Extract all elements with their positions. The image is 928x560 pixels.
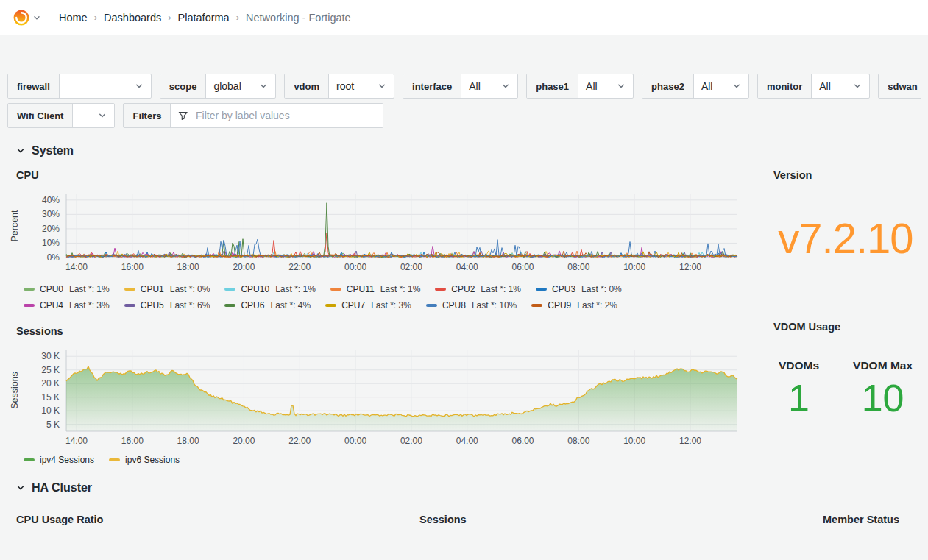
funnel-icon [178, 110, 188, 121]
panel-title-version[interactable]: Version [773, 169, 812, 181]
section-system[interactable]: System [16, 144, 74, 157]
filter-value-dropdown[interactable] [60, 74, 151, 98]
chevron-down-icon [501, 82, 510, 91]
sessions-area-chart[interactable]: 5 K10 K15 K20 K25 K30 K14:0016:0018:0020… [7, 346, 747, 444]
legend-swatch [24, 288, 35, 291]
panel-title-sessions[interactable]: Sessions [16, 325, 63, 337]
grafana-menu[interactable] [9, 5, 44, 30]
vdom-stat-value: 10 [853, 377, 913, 421]
legend-series-name: CPU7 [341, 300, 365, 311]
legend-series-name: CPU10 [241, 284, 269, 294]
legend-item[interactable]: CPU11Last *: 1% [330, 284, 421, 294]
chevron-down-icon [732, 82, 741, 91]
filter-value-dropdown[interactable]: All [461, 74, 517, 98]
legend-swatch [325, 304, 336, 307]
label-filter-input[interactable] [194, 109, 375, 122]
svg-text:20:00: 20:00 [233, 262, 255, 272]
panel-title-cpu[interactable]: CPU [16, 169, 39, 181]
section-ha-cluster[interactable]: HA Cluster [16, 481, 92, 495]
legend-series-last-value: Last *: 0% [581, 284, 622, 294]
svg-text:04:00: 04:00 [456, 436, 478, 444]
legend-series-name: CPU6 [241, 300, 264, 311]
filter-value-dropdown[interactable]: root [329, 74, 394, 98]
legend-series-name: CPU8 [442, 300, 466, 311]
vdom-stat: VDOMs1 [779, 359, 819, 421]
legend-series-name: CPU5 [141, 300, 164, 311]
filter-interface: interfaceAll [403, 74, 518, 99]
svg-text:22:00: 22:00 [288, 262, 311, 272]
svg-text:20 K: 20 K [41, 378, 60, 389]
legend-item[interactable]: CPU5Last *: 6% [124, 300, 210, 311]
svg-text:04:00: 04:00 [456, 262, 478, 272]
legend-item[interactable]: CPU6Last *: 4% [224, 300, 311, 311]
svg-text:18:00: 18:00 [177, 436, 199, 444]
charts-column: CPU 0%10%20%30%40%14:0016:0018:0020:0022… [7, 157, 754, 465]
legend-series-name: CPU1 [141, 284, 164, 294]
svg-text:02:00: 02:00 [400, 436, 422, 444]
legend-series-last-value: Last *: 1% [69, 284, 110, 294]
breadcrumb-item[interactable]: Home [59, 12, 88, 24]
legend-series-name: ipv4 Sessions [40, 455, 94, 465]
legend-series-last-value: Last *: 1% [481, 284, 521, 294]
legend-item[interactable]: CPU0Last *: 1% [24, 284, 110, 294]
legend-item[interactable]: ipv4 Sessions [24, 455, 94, 465]
filter-label: phase2 [642, 74, 694, 98]
legend-series-name: CPU0 [40, 284, 63, 294]
vdom-stat-label: VDOMs [779, 359, 819, 372]
cpu-time-series-chart[interactable]: 0%10%20%30%40%14:0016:0018:0020:0022:000… [7, 190, 747, 274]
svg-text:16:00: 16:00 [121, 262, 144, 272]
sessions-legend: ipv4 Sessionsipv6 Sessions [24, 455, 730, 465]
section-title: HA Cluster [32, 481, 92, 495]
legend-item[interactable]: CPU10Last *: 1% [224, 284, 315, 294]
breadcrumb-separator: › [94, 12, 97, 23]
filter-label: interface [403, 74, 461, 98]
filter-wifi-client: Wifi Client [7, 103, 115, 128]
filter-value-dropdown[interactable]: All [578, 74, 633, 98]
filter-scope: scopeglobal [160, 74, 277, 99]
vdom-stat-label: VDOM Max [853, 359, 913, 372]
filter-value-dropdown[interactable]: All [694, 74, 748, 98]
filter-value-dropdown[interactable]: All [812, 74, 869, 98]
legend-item[interactable]: CPU1Last *: 0% [124, 284, 210, 294]
legend-item[interactable]: CPU3Last *: 0% [536, 284, 622, 294]
panel-sessions: Sessions [411, 514, 814, 525]
legend-item[interactable]: CPU7Last *: 3% [325, 300, 411, 311]
filter-label: phase1 [527, 74, 578, 98]
panel-title-vdom-usage[interactable]: VDOM Usage [773, 321, 840, 333]
breadcrumb-item[interactable]: Dashboards [104, 12, 161, 24]
legend-item[interactable]: ipv6 Sessions [109, 455, 180, 465]
legend-series-last-value: Last *: 4% [270, 300, 311, 311]
grafana-logo-icon [12, 8, 31, 27]
version-stat-value: v7.2.10 [773, 213, 918, 263]
legend-series-name: ipv6 Sessions [125, 455, 180, 465]
vdom-stat: VDOM Max10 [853, 359, 913, 421]
panel-title[interactable]: Sessions [419, 514, 467, 525]
legend-swatch [531, 304, 542, 307]
legend-item[interactable]: CPU9Last *: 2% [531, 300, 617, 311]
svg-text:14:00: 14:00 [65, 262, 88, 272]
panel-title[interactable]: CPU Usage Ratio [16, 514, 103, 525]
filter-value-dropdown[interactable] [73, 104, 114, 127]
dashboard: firewallscopeglobalvdomrootinterfaceAllp… [0, 74, 928, 525]
breadcrumb-separator: › [168, 12, 171, 23]
svg-text:30%: 30% [42, 209, 60, 219]
svg-text:5 K: 5 K [46, 419, 60, 430]
cpu-legend: CPU0Last *: 1%CPU1Last *: 0%CPU10Last *:… [24, 284, 730, 311]
legend-item[interactable]: CPU8Last *: 10% [426, 300, 517, 311]
svg-text:14:00: 14:00 [65, 436, 88, 444]
filter-label: sdwan [879, 74, 921, 98]
filter-sdwan: sdwanAll [878, 74, 921, 99]
svg-text:22:00: 22:00 [288, 436, 311, 444]
panel-title[interactable]: Member Status [823, 514, 899, 525]
filter-value-dropdown[interactable]: global [206, 74, 275, 98]
legend-series-name: CPU2 [451, 284, 475, 294]
chevron-down-icon [135, 82, 144, 91]
legend-item[interactable]: CPU4Last *: 3% [24, 300, 110, 311]
legend-swatch [124, 304, 135, 307]
svg-text:12:00: 12:00 [679, 436, 701, 444]
filter-selected-value: root [336, 80, 354, 92]
legend-swatch [426, 304, 437, 307]
breadcrumb-item[interactable]: Plataforma [178, 12, 230, 24]
legend-item[interactable]: CPU2Last *: 1% [435, 284, 521, 294]
breadcrumb-item[interactable]: Networking - Fortigate [246, 12, 351, 24]
